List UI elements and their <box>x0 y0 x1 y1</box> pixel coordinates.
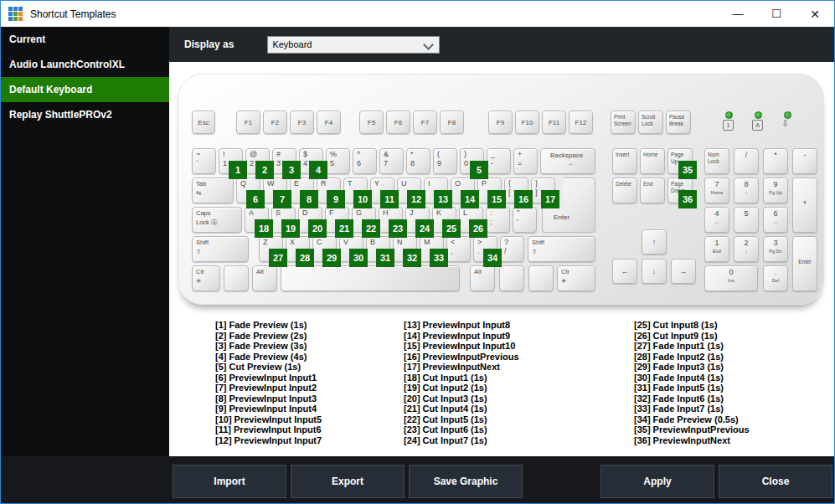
key-backspace[interactable]: Backspace← <box>540 148 595 174</box>
display-as-select[interactable]: Keyboard <box>267 36 440 54</box>
key-period[interactable]: >.34 <box>473 236 497 262</box>
key-f5[interactable]: F5 <box>359 111 384 134</box>
key-f4[interactable]: F4 <box>317 111 341 134</box>
key-9[interactable]: (9 <box>433 148 457 174</box>
key-np-7[interactable]: 7Home <box>704 177 729 203</box>
key-left-alt[interactable]: Alt <box>252 265 277 291</box>
key-np-6[interactable]: 6→ <box>763 207 788 233</box>
key-a[interactable]: A18 <box>245 207 269 233</box>
key-f11[interactable]: F11 <box>542 111 566 134</box>
key-f[interactable]: F21 <box>325 207 349 233</box>
key-1[interactable]: !11 <box>219 148 243 174</box>
key-l[interactable]: L26 <box>459 207 483 233</box>
key-f6[interactable]: F6 <box>386 111 410 134</box>
key-backtick[interactable]: ~` <box>192 148 216 174</box>
key-np-subtract[interactable]: - <box>792 148 817 174</box>
key-right-bracket[interactable]: }]17 <box>531 177 555 203</box>
key-page-down[interactable]: PageDown36 <box>667 177 693 203</box>
key-r[interactable]: R9 <box>317 177 341 203</box>
key-y[interactable]: Y11 <box>370 177 394 203</box>
key-f7[interactable]: F7 <box>413 111 437 134</box>
key-comma[interactable]: <, <box>446 236 471 262</box>
key-np-2[interactable]: 2↓ <box>734 236 759 262</box>
key-arrow-up[interactable]: ↑ <box>642 229 667 255</box>
key-delete[interactable]: Delete <box>612 177 637 203</box>
key-5[interactable]: %5 <box>326 148 350 174</box>
key-np-1[interactable]: 1End <box>704 236 729 262</box>
key-t[interactable]: T10 <box>343 177 368 203</box>
key-arrow-right[interactable]: → <box>671 259 696 284</box>
key-quote[interactable]: "' <box>513 207 537 233</box>
key-c[interactable]: C29 <box>312 236 337 262</box>
key-i[interactable]: I13 <box>424 177 448 203</box>
key-7[interactable]: &7 <box>379 148 404 174</box>
key-k[interactable]: K25 <box>432 207 456 233</box>
key-space[interactable] <box>281 265 460 291</box>
key-0[interactable]: )05 <box>460 148 484 174</box>
key-f1[interactable]: F1 <box>236 111 260 134</box>
key-slash[interactable]: ?/ <box>500 236 524 262</box>
key-8[interactable]: *8 <box>406 148 430 174</box>
key-arrow-left[interactable]: ← <box>612 259 637 284</box>
key-menu[interactable] <box>528 265 554 291</box>
key-left-shift[interactable]: Shift⇧ <box>192 236 249 262</box>
key-f8[interactable]: F8 <box>440 111 464 134</box>
sidebar-item-audio-launchcontrolxl[interactable]: Audio LaunchControlXL <box>1 52 169 77</box>
key-np-3[interactable]: 3Pg Dn <box>763 236 788 262</box>
key-3[interactable]: #33 <box>272 148 296 174</box>
key-f12[interactable]: F12 <box>569 111 593 134</box>
key-f10[interactable]: F10 <box>515 111 539 134</box>
key-w[interactable]: W7 <box>263 177 287 203</box>
key-n[interactable]: N32 <box>393 236 417 262</box>
key-scroll-lock[interactable]: ScrollLock <box>638 111 663 134</box>
key-np-4[interactable]: 4← <box>704 207 729 233</box>
key-q[interactable]: Q6 <box>236 177 260 203</box>
close-button[interactable]: ✕ <box>796 1 834 27</box>
key-h[interactable]: H23 <box>379 207 403 233</box>
key-minus[interactable]: _- <box>487 148 511 174</box>
key-d[interactable]: D20 <box>298 207 322 233</box>
sidebar-item-current[interactable]: Current <box>1 27 169 52</box>
key-pause-break[interactable]: PauseBreak <box>666 111 691 134</box>
key-caps-lock[interactable]: CapsLock Ⓐ <box>192 207 242 233</box>
save-graphic-button[interactable]: Save Graphic <box>409 465 523 498</box>
key-4[interactable]: $44 <box>299 148 323 174</box>
key-np-add[interactable]: + <box>792 177 817 233</box>
close-button[interactable]: Close <box>719 465 832 498</box>
key-esc[interactable]: Esc <box>192 111 215 134</box>
sidebar-item-default-keyboard[interactable]: Default Keyboard <box>1 77 169 102</box>
key-np-0[interactable]: 0Ins <box>704 265 758 291</box>
key-left-bracket[interactable]: {[16 <box>504 177 528 203</box>
key-6[interactable]: ^6 <box>353 148 377 174</box>
key-g[interactable]: G22 <box>352 207 376 233</box>
key-f9[interactable]: F9 <box>488 111 513 134</box>
key-page-up[interactable]: PageUp35 <box>667 148 693 174</box>
key-num-lock[interactable]: NumLock <box>704 148 729 174</box>
key-left-win[interactable] <box>224 265 249 291</box>
key-b[interactable]: B31 <box>366 236 390 262</box>
key-end[interactable]: End <box>640 177 665 203</box>
maximize-button[interactable]: ☐ <box>757 1 796 27</box>
key-np-multiply[interactable]: * <box>763 148 788 174</box>
key-f2[interactable]: F2 <box>263 111 287 134</box>
key-s[interactable]: S19 <box>271 207 296 233</box>
import-button[interactable]: Import <box>173 465 286 498</box>
key-right-alt[interactable]: Alt <box>470 265 495 291</box>
key-u[interactable]: U12 <box>397 177 421 203</box>
key-right-win[interactable] <box>499 265 524 291</box>
key-print-screen[interactable]: PrintScreen <box>611 111 636 134</box>
key-m[interactable]: M33 <box>420 236 444 262</box>
key-right-ctrl[interactable]: Ctr✳ <box>557 265 595 291</box>
key-np-8[interactable]: 8↑ <box>734 177 759 203</box>
key-semicolon[interactable]: :; <box>486 207 510 233</box>
apply-button[interactable]: Apply <box>600 465 714 498</box>
key-j[interactable]: J24 <box>405 207 430 233</box>
minimize-button[interactable]: — <box>719 1 757 27</box>
key-z[interactable]: Z27 <box>259 236 283 262</box>
key-np-enter[interactable]: Enter <box>792 236 817 291</box>
key-arrow-down[interactable]: ↓ <box>642 259 667 284</box>
key-equals[interactable]: += <box>513 148 538 174</box>
key-e[interactable]: E8 <box>290 177 314 203</box>
key-home[interactable]: Home <box>640 148 665 174</box>
key-insert[interactable]: Insert <box>612 148 637 174</box>
